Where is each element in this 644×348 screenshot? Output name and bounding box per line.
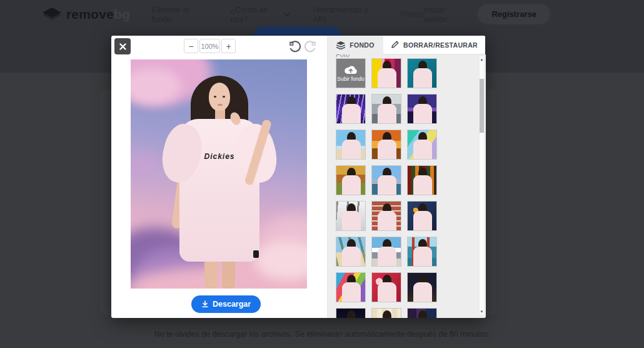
panel-tabs: FONDO BORRAR/RESTAURAR xyxy=(328,36,485,54)
zoom-in-button[interactable]: + xyxy=(221,39,236,53)
tab-borrar-label: BORRAR/RESTAURAR xyxy=(403,41,478,49)
background-thumbnail-bg-autumn-park[interactable] xyxy=(336,165,366,195)
thumbnail-person-preview xyxy=(336,309,365,318)
background-thumbnail-bg-stripes-yellow-red[interactable] xyxy=(371,58,401,88)
background-thumbnail-bg-orange-sunset[interactable] xyxy=(371,130,401,160)
brand-name: removebg xyxy=(66,7,130,22)
thumbnail-person-preview xyxy=(372,59,401,88)
tab-borrar-restaurar[interactable]: BORRAR/RESTAURAR xyxy=(383,36,485,54)
background-thumbnail-bg-purple-light-streaks[interactable] xyxy=(336,94,366,124)
thumbnail-person-preview xyxy=(372,273,401,302)
thumbnail-person-preview xyxy=(372,309,401,318)
undo-icon xyxy=(288,41,301,53)
upload-label: Subir fondo xyxy=(337,76,364,82)
brand-logo[interactable]: removebg xyxy=(43,7,130,22)
model-lips xyxy=(218,104,223,106)
backgrounds-panel: Foto Subir fondo ▲ ▼ xyxy=(328,54,486,318)
background-thumbnail-bg-beach-sky[interactable] xyxy=(336,130,366,160)
zoom-out-button[interactable]: − xyxy=(184,39,198,53)
scroll-down-arrow[interactable]: ▼ xyxy=(480,309,484,314)
thumbnail-person-preview xyxy=(408,130,436,159)
background-thumbnail-grid: Subir fondo xyxy=(336,58,438,318)
download-label: Descargar xyxy=(213,300,251,309)
background-thumbnail-bg-mountain-sky[interactable] xyxy=(371,237,401,267)
login-link[interactable]: Iniciar sesión xyxy=(424,5,463,24)
edited-image-canvas[interactable]: Dickies xyxy=(131,59,307,289)
thumbnail-person-preview xyxy=(372,166,401,195)
side-panel: FONDO BORRAR/RESTAURAR Foto Subir fondo … xyxy=(327,36,485,318)
thumbnail-person-preview xyxy=(336,202,365,230)
undo-button[interactable] xyxy=(288,40,301,53)
thumbnail-person-preview xyxy=(408,273,436,302)
thumbnail-person-preview xyxy=(408,237,436,266)
background-thumbnail-bg-palm-beach[interactable] xyxy=(336,237,366,267)
background-thumbnail-bg-bokeh-lights[interactable] xyxy=(407,201,437,231)
background-thumbnail-bg-skyline-day[interactable] xyxy=(371,165,401,195)
nav-auth: Iniciar sesión Registrarse xyxy=(424,4,550,24)
background-thumbnail-bg-night-harbor-purple[interactable] xyxy=(407,94,437,124)
background-thumbnail-bg-red-bokeh-flowers[interactable] xyxy=(371,272,401,302)
dress-tag xyxy=(253,250,259,258)
thumbnail-person-preview xyxy=(372,202,401,230)
model-leg xyxy=(204,257,218,289)
thumbnail-person-preview xyxy=(408,166,436,195)
panel-scrollbar[interactable]: ▲ ▼ xyxy=(479,56,485,315)
thumbnail-person-preview xyxy=(372,237,401,266)
layers-icon xyxy=(336,41,345,49)
footer-note: No te olvides de descargar los archivos.… xyxy=(0,330,644,339)
editor-pane: − 100% + xyxy=(111,36,327,318)
background-thumbnail-bg-colorful-flowers[interactable] xyxy=(407,130,437,160)
chevron-down-icon xyxy=(284,10,291,16)
thumbnail-person-preview xyxy=(408,309,436,318)
cloud-upload-icon xyxy=(344,64,358,74)
download-button[interactable]: Descargar xyxy=(191,295,261,313)
scroll-up-arrow[interactable]: ▲ xyxy=(480,57,484,62)
nav-item-herramientas-api[interactable]: Herramientas y API xyxy=(313,5,377,24)
thumbnail-person-preview xyxy=(336,130,365,159)
background-thumbnail-bg-winter-trees[interactable] xyxy=(336,201,366,231)
editor-modal: − 100% + xyxy=(111,36,485,318)
nav-item-como-se-usa[interactable]: ¿Cómo se usa? xyxy=(230,5,289,24)
nav-links: Eliminar el fondo ¿Cómo se usa? Herramie… xyxy=(151,5,424,24)
thumbnail-person-preview xyxy=(336,237,365,266)
tab-fondo-label: FONDO xyxy=(350,41,374,49)
background-thumbnail-bg-dark-purple-city[interactable] xyxy=(407,308,437,318)
download-icon xyxy=(201,300,209,308)
redo-button[interactable] xyxy=(304,40,318,53)
background-thumbnail-bg-golden-gate[interactable] xyxy=(407,237,437,267)
thumbnail-person-preview xyxy=(408,202,436,230)
thumbnail-person-preview xyxy=(408,59,436,88)
navbar: removebg Eliminar el fondo ¿Cómo se usa?… xyxy=(0,0,644,28)
brush-icon xyxy=(391,41,399,49)
scrollbar-thumb[interactable] xyxy=(480,79,484,133)
background-thumbnail-bg-night-sky[interactable] xyxy=(336,308,366,318)
thumbnail-person-preview xyxy=(336,95,365,123)
model-leg xyxy=(222,257,235,289)
background-thumbnail-bg-teal-studio[interactable] xyxy=(407,58,437,88)
model-face xyxy=(209,83,230,111)
redo-icon xyxy=(304,41,317,53)
signup-button[interactable]: Registrarse xyxy=(478,4,550,24)
background-thumbnail-bg-graffiti-paint[interactable] xyxy=(336,272,366,302)
model-eye xyxy=(214,96,216,98)
zoom-toolbar: − 100% + xyxy=(111,39,327,54)
thumbnail-person-preview xyxy=(372,130,401,159)
nav-item-eliminar-el-fondo[interactable]: Eliminar el fondo xyxy=(151,5,206,24)
upload-background-tile[interactable]: Subir fondo xyxy=(336,58,366,88)
brand-diamond-icon xyxy=(43,8,61,21)
tab-fondo[interactable]: FONDO xyxy=(328,36,383,54)
thumbnail-person-preview xyxy=(408,95,436,123)
background-thumbnail-bg-gray-city[interactable] xyxy=(371,94,401,124)
model-person: Dickies xyxy=(131,59,307,289)
background-thumbnail-bg-cream-panels[interactable] xyxy=(371,308,401,318)
screen: removebg Eliminar el fondo ¿Cómo se usa?… xyxy=(0,0,644,348)
nav-item-precio[interactable]: Precio xyxy=(401,9,424,19)
model-eye xyxy=(223,96,225,98)
background-thumbnail-bg-dark-stripes[interactable] xyxy=(407,165,437,195)
background-thumbnail-bg-city-night[interactable] xyxy=(407,272,437,302)
thumbnail-person-preview xyxy=(372,95,401,123)
zoom-level: 100% xyxy=(199,39,220,53)
thumbnail-person-preview xyxy=(336,273,365,302)
background-thumbnail-bg-brick-wall[interactable] xyxy=(371,201,401,231)
thumbnail-person-preview xyxy=(336,166,365,195)
